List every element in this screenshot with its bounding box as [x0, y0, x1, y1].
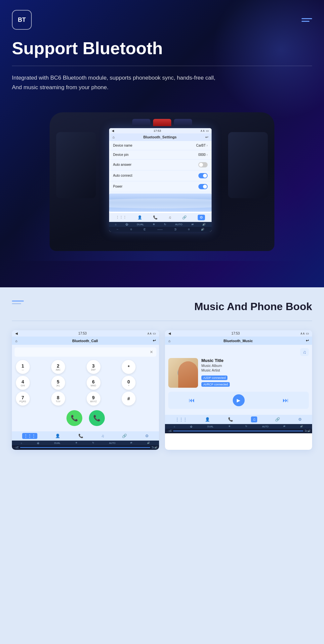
ps-phone-icon[interactable]: 📞	[78, 434, 83, 438]
call-nav: ⌂ Bluetooth_Call ↩	[12, 337, 159, 345]
key-5[interactable]: 5JKL	[51, 376, 65, 390]
volume-icon: 🔊	[201, 228, 204, 231]
ps-music-icon[interactable]: ♫	[101, 434, 104, 438]
climate-sync: ⇌	[191, 223, 194, 226]
c-power: ⏻	[37, 442, 39, 444]
key-3[interactable]: 3DEF	[87, 360, 101, 374]
climate-auto: AUTO	[175, 223, 182, 226]
music-back-arrow: ◀	[168, 332, 171, 335]
call-button[interactable]: 📞	[66, 410, 82, 426]
key-4[interactable]: 4GHI	[16, 376, 30, 390]
auto-connect-toggle[interactable]	[198, 173, 208, 178]
home-icon[interactable]: ⌂	[112, 135, 115, 139]
ma-vol: 🔊	[308, 430, 311, 432]
prev-button[interactable]: ⏮	[189, 397, 195, 404]
ms-music-icon[interactable]: ♫	[251, 416, 257, 422]
key-hash[interactable]: #	[122, 392, 136, 406]
auto-connect-label: Auto connect	[113, 174, 132, 177]
climate-recirculate: ↻	[164, 223, 166, 226]
bottom-section-title: Music And Phone Book	[194, 301, 312, 313]
ms-settings-icon[interactable]: ⚙	[298, 417, 302, 422]
call-time: 17:53	[78, 332, 87, 335]
device-pin-value: 0000 ›	[198, 153, 208, 157]
dialer-clear[interactable]: ✕	[150, 350, 153, 354]
music-back-icon[interactable]: ↩	[306, 339, 309, 343]
screen-wave	[109, 194, 212, 212]
climate-volume: 🔊	[202, 223, 206, 226]
hero-divider	[12, 66, 312, 66]
nav-settings-icon[interactable]: ⚙	[198, 215, 205, 220]
key-8[interactable]: 8TUV	[51, 392, 65, 406]
music-status-icons: ∧∧ ▭	[300, 332, 309, 335]
phone-screens-container: ◀ 17:53 ∧∧ ▭ ⌂ Bluetooth_Call ↩ ✕ 1— 2AB…	[12, 330, 312, 450]
ma-back: ←	[166, 430, 169, 432]
music-artist: Music Artist	[201, 368, 309, 372]
music-note-button[interactable]: ♫	[300, 348, 309, 356]
top-buttons	[109, 119, 215, 126]
seat-icon: ⊏	[143, 228, 146, 231]
play-button[interactable]: ▶	[233, 394, 245, 406]
bottom-section: Music And Phone Book ◀ 17:53 ∧∧ ▭ ⌂ Blue…	[0, 287, 324, 644]
bottom-menu-icon	[12, 301, 24, 304]
status-icons: ∧∧ ▭	[200, 129, 209, 132]
music-info: Music Title Music Album Music Artist A2D…	[201, 358, 309, 387]
key-0[interactable]: 0+	[122, 376, 136, 390]
auto-answer-row: Auto answer	[109, 160, 212, 170]
key-1[interactable]: 1—	[16, 360, 30, 374]
mc-sync: ⇌	[283, 425, 285, 428]
call-back-arrow: ◀	[15, 332, 18, 335]
ps-settings-icon[interactable]: ⚙	[145, 434, 149, 438]
ms-link-icon[interactable]: 🔗	[275, 417, 280, 422]
auto-answer-toggle[interactable]	[198, 162, 208, 167]
ms-contacts-icon[interactable]: 👤	[205, 417, 210, 422]
ps-link-icon[interactable]: 🔗	[122, 434, 127, 438]
nav-contacts-icon[interactable]: 👤	[138, 215, 142, 220]
ps-apps-icon[interactable]: ⋮⋮⋮	[22, 433, 37, 439]
call-content: ✕ 1— 2ABC 3DEF * 4GHI 5JKL 6MNO 0+ 7PQRS…	[12, 345, 159, 431]
call-statusbar: ◀ 17:53 ∧∧ ▭	[12, 330, 159, 337]
key-7[interactable]: 7PQRS	[16, 392, 30, 406]
nav-apps-icon[interactable]: ⋮⋮⋮	[116, 215, 127, 220]
call-home-icon[interactable]: ⌂	[15, 339, 18, 343]
key-star[interactable]: *	[122, 360, 136, 374]
next-button[interactable]: ⏭	[283, 397, 289, 404]
music-player-area: Music Title Music Album Music Artist A2D…	[168, 358, 309, 388]
c-recirc: ↻	[92, 442, 94, 444]
ms-apps-icon[interactable]: ⋮⋮⋮	[175, 417, 187, 422]
key-6[interactable]: 6MNO	[87, 376, 101, 390]
music-title: Music Title	[201, 358, 309, 363]
nav-music-icon[interactable]: ♫	[169, 215, 171, 219]
power-toggle[interactable]	[198, 184, 208, 189]
ms-phone-icon[interactable]: 📞	[228, 417, 233, 422]
call-back-icon[interactable]: ↩	[153, 339, 156, 343]
key-2[interactable]: 2ABC	[51, 360, 65, 374]
mc-power: ⏻	[190, 425, 192, 428]
call-arrows-bar: ← 0 ⊏ ⊐ 0 🔊	[12, 445, 159, 450]
temp-right: 0	[188, 228, 189, 231]
device-name-row: Device name CarBT ›	[109, 141, 212, 150]
mc-vol: 🔊	[300, 425, 303, 428]
music-screen: ◀ 17:53 ∧∧ ▭ ⌂ Bluetooth_Music ↩ ♫	[165, 330, 312, 450]
nav-link-icon[interactable]: 🔗	[182, 215, 187, 220]
music-arrows-bar: ← 0 ⊏ ⊐ 0 🔊	[165, 429, 312, 433]
dialer-input[interactable]: ✕	[15, 347, 156, 357]
climate-power: ⏻	[125, 223, 128, 226]
mc-auto: AUTO	[262, 425, 268, 428]
key-9[interactable]: 9WXYZ	[87, 392, 101, 406]
ma-seat: ⊏	[170, 430, 172, 432]
call-screen: ◀ 17:53 ∧∧ ▭ ⌂ Bluetooth_Call ↩ ✕ 1— 2AB…	[12, 330, 159, 450]
redial-button[interactable]: 📞	[89, 410, 105, 426]
music-home-icon[interactable]: ⌂	[168, 339, 171, 343]
left-vent	[56, 132, 96, 198]
status-back-arrow: ◀	[112, 129, 114, 132]
hamburger-menu-icon[interactable]	[302, 18, 312, 22]
climate-fan: ❄	[153, 223, 155, 226]
bottom-divider	[12, 321, 312, 321]
mc-recirc: ↻	[245, 425, 247, 428]
hero-title: Support Bluetooth	[12, 39, 312, 58]
music-time: 17:53	[231, 332, 240, 335]
nav-phone-icon[interactable]: 📞	[153, 215, 158, 220]
back-icon[interactable]: ↩	[205, 135, 208, 139]
ps-contacts-icon[interactable]: 👤	[55, 434, 60, 438]
power-label: Power	[113, 185, 122, 188]
